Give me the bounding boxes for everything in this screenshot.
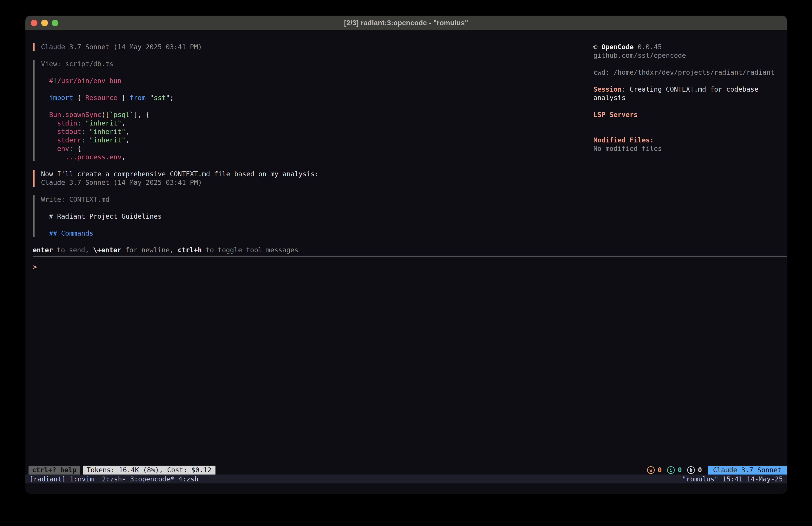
window-bottom-pad bbox=[25, 483, 787, 494]
zoom-button[interactable] bbox=[52, 19, 58, 26]
tool-accent-bar bbox=[33, 60, 34, 161]
tmux-host-clock: "romulus" 15:41 14-May-25 bbox=[682, 475, 783, 483]
tmux-status-bar: [radiant] 1:nvim 2:zsh- 3:opencode* 4:zs… bbox=[25, 474, 787, 483]
message-header-lines: Claude 3.7 Sonnet (14 May 2025 03:41 PM) bbox=[41, 43, 593, 51]
session-line: Session: Creating CONTEXT.md for codebas… bbox=[593, 85, 781, 102]
tmux-left: [radiant] 1:nvim 2:zsh- 3:opencode* 4:zs… bbox=[29, 475, 199, 483]
info-diagnostic: i 0 bbox=[667, 466, 682, 474]
tmux-window-tab[interactable]: 3:opencode* bbox=[130, 475, 174, 483]
keybind-hint-bar: enter to send, \+enter for newline, ctrl… bbox=[33, 246, 787, 254]
input-separator bbox=[33, 256, 787, 257]
app-name: OpenCode bbox=[601, 43, 634, 51]
help-chip: ctrl+? help bbox=[29, 466, 80, 474]
window-titlebar: [2/3] radiant:3:opencode - "romulus" bbox=[25, 16, 787, 30]
app-brand: © OpenCode 0.0.45 bbox=[593, 43, 781, 51]
view-tool-lines: View: script/db.ts #!/usr/bin/env bun im… bbox=[41, 60, 593, 161]
copyright-icon: © bbox=[593, 43, 597, 51]
window-title: [2/3] radiant:3:opencode - "romulus" bbox=[344, 19, 468, 27]
tokens-cost-chip: Tokens: 16.4K (8%), Cost: $0.12 bbox=[83, 466, 216, 474]
diagnostics-group: w 0 i 0 h 0 bbox=[647, 466, 702, 474]
tmux-window-tab[interactable]: 4:zsh bbox=[178, 475, 198, 483]
view-tool-block: View: script/db.ts #!/usr/bin/env bun im… bbox=[33, 60, 593, 161]
model-chip: Claude 3.7 Sonnet bbox=[708, 466, 787, 474]
opencode-main: Claude 3.7 Sonnet (14 May 2025 03:41 PM)… bbox=[25, 43, 787, 237]
write-tool-lines: Write: CONTEXT.md # Radiant Project Guid… bbox=[41, 195, 593, 237]
status-bar: ctrl+? help Tokens: 16.4K (8%), Cost: $0… bbox=[29, 466, 787, 474]
info-sidebar: © OpenCode 0.0.45 github.com/sst/opencod… bbox=[593, 43, 781, 237]
close-button[interactable] bbox=[31, 19, 38, 26]
assistant-note-lines: Now I'll create a comprehensive CONTEXT.… bbox=[41, 170, 593, 187]
tmux-session-name: [radiant] bbox=[29, 475, 66, 483]
prompt-input[interactable]: > bbox=[33, 263, 787, 271]
hint-diagnostic: h 0 bbox=[687, 466, 702, 474]
modified-files-empty: No modified files bbox=[593, 144, 781, 153]
tmux-window-tab[interactable]: 1:nvim bbox=[70, 475, 98, 483]
assistant-note-block: Now I'll create a comprehensive CONTEXT.… bbox=[33, 170, 593, 187]
message-header-block: Claude 3.7 Sonnet (14 May 2025 03:41 PM) bbox=[33, 43, 593, 51]
session-label: Session bbox=[593, 85, 622, 93]
cwd-line: cwd: /home/thdxr/dev/projects/radiant/ra… bbox=[593, 68, 781, 77]
repo-link: github.com/sst/opencode bbox=[593, 51, 781, 60]
chat-column: Claude 3.7 Sonnet (14 May 2025 03:41 PM)… bbox=[33, 43, 593, 237]
lsp-servers-title: LSP Servers bbox=[593, 111, 781, 119]
terminal-content: Claude 3.7 Sonnet (14 May 2025 03:41 PM)… bbox=[25, 30, 787, 474]
app-version: 0.0.45 bbox=[638, 43, 662, 51]
hint-icon: h bbox=[687, 466, 695, 474]
warning-diagnostic: w 0 bbox=[647, 466, 662, 474]
message-accent-bar bbox=[33, 170, 34, 187]
hint-count: 0 bbox=[698, 466, 702, 474]
write-tool-block: Write: CONTEXT.md # Radiant Project Guid… bbox=[33, 195, 593, 237]
warning-icon: w bbox=[647, 466, 655, 474]
message-accent-bar bbox=[33, 43, 34, 51]
tmux-window-list: 1:nvim 2:zsh- 3:opencode* 4:zsh bbox=[70, 475, 199, 483]
info-count: 0 bbox=[678, 466, 682, 474]
modified-files-title: Modified Files: bbox=[593, 136, 781, 144]
traffic-lights bbox=[31, 16, 58, 30]
tool-accent-bar bbox=[33, 195, 34, 237]
terminal-window: [2/3] radiant:3:opencode - "romulus" Cla… bbox=[25, 16, 787, 494]
tmux-window-tab[interactable]: 2:zsh- bbox=[102, 475, 126, 483]
info-icon: i bbox=[667, 466, 675, 474]
warning-count: 0 bbox=[658, 466, 662, 474]
minimize-button[interactable] bbox=[41, 19, 48, 26]
